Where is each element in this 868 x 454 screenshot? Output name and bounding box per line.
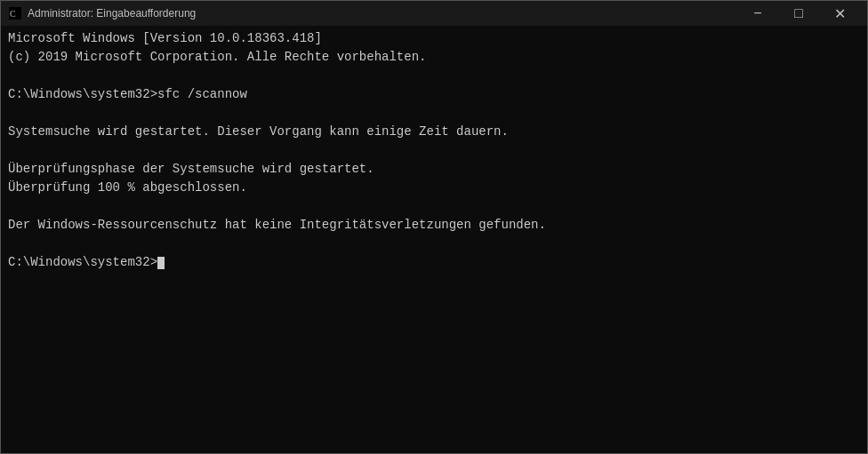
svg-text:C: C — [10, 9, 16, 19]
console-line-4: C:\Windows\system32>sfc /scannow — [8, 85, 860, 104]
console-line-2: (c) 2019 Microsoft Corporation. Alle Rec… — [8, 48, 860, 67]
console-line-11: Der Windows-Ressourcenschutz hat keine I… — [8, 216, 860, 235]
console-body[interactable]: Microsoft Windows [Version 10.0.18363.41… — [1, 26, 867, 453]
cursor — [157, 257, 165, 269]
cmd-icon: C — [8, 6, 22, 20]
close-button[interactable]: ✕ — [819, 1, 860, 26]
console-line-7 — [8, 141, 860, 160]
maximize-button[interactable]: □ — [778, 1, 819, 26]
window-controls: − □ ✕ — [737, 1, 860, 26]
window-title: Administrator: Eingabeaufforderung — [28, 7, 737, 20]
console-line-13: C:\Windows\system32> — [8, 253, 860, 272]
console-line-1: Microsoft Windows [Version 10.0.18363.41… — [8, 29, 860, 48]
title-bar: C Administrator: Eingabeaufforderung − □… — [1, 1, 867, 26]
console-line-6: Systemsuche wird gestartet. Dieser Vorga… — [8, 123, 860, 141]
console-line-9: Überprüfung 100 % abgeschlossen. — [8, 179, 860, 197]
console-line-3 — [8, 67, 860, 85]
cmd-window: C Administrator: Eingabeaufforderung − □… — [0, 0, 868, 454]
minimize-button[interactable]: − — [737, 1, 778, 26]
console-line-5 — [8, 104, 860, 123]
console-line-12 — [8, 235, 860, 253]
console-line-10 — [8, 197, 860, 216]
console-line-8: Überprüfungsphase der Systemsuche wird g… — [8, 160, 860, 179]
